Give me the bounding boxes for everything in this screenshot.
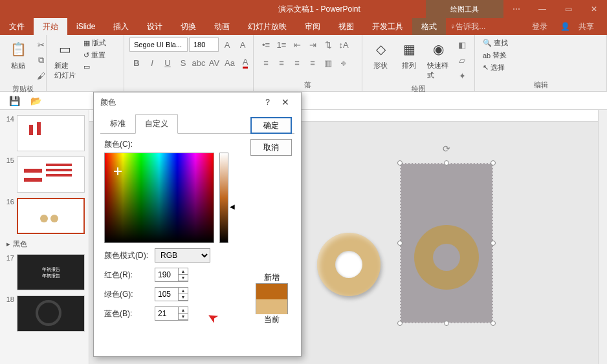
section-button[interactable]: ▭: [81, 62, 109, 72]
paste-button[interactable]: 📋 粘贴: [5, 37, 31, 72]
decrease-font-icon[interactable]: A: [236, 37, 250, 52]
tab-transition[interactable]: 切换: [171, 18, 205, 35]
tab-review[interactable]: 审阅: [296, 18, 329, 35]
color-preview-swatch: [256, 283, 288, 314]
resize-handle[interactable]: [397, 160, 403, 166]
font-color-icon[interactable]: A: [238, 56, 252, 70]
thumb-number: 17: [4, 254, 14, 262]
thumb-slide-15[interactable]: [17, 156, 85, 193]
tab-format[interactable]: 格式: [412, 18, 446, 35]
spin-down-icon[interactable]: ▼: [179, 275, 188, 281]
save-icon[interactable]: 💾: [9, 96, 20, 106]
minimize-button[interactable]: —: [529, 0, 555, 18]
spin-up-icon[interactable]: ▲: [179, 288, 188, 294]
section-label[interactable]: ▸ 黑色: [0, 237, 89, 252]
cancel-button[interactable]: 取消: [250, 139, 292, 156]
align-right-icon[interactable]: ≡: [290, 56, 304, 70]
cut-icon[interactable]: ✂: [34, 37, 48, 52]
rotation-handle-icon[interactable]: ⟳: [441, 144, 452, 154]
dialog-close-button[interactable]: ✕: [276, 97, 294, 107]
resize-handle[interactable]: [491, 241, 496, 246]
spin-down-icon[interactable]: ▼: [179, 314, 188, 320]
login-link[interactable]: 登录: [525, 21, 554, 32]
resize-handle[interactable]: [491, 160, 496, 166]
tab-design[interactable]: 设计: [138, 18, 171, 35]
thumb-slide-18[interactable]: [17, 295, 85, 332]
select-button[interactable]: ↖ 选择: [480, 62, 511, 73]
layout-button[interactable]: ▦ 版式: [81, 37, 109, 48]
strike-icon[interactable]: S: [176, 56, 190, 70]
ribbon-options-icon[interactable]: ⋯: [503, 0, 529, 18]
align-left-icon[interactable]: ≡: [259, 56, 273, 70]
tab-standard-colors[interactable]: 标准: [100, 114, 135, 133]
bold-icon[interactable]: B: [129, 56, 144, 70]
font-size-combo[interactable]: 180: [189, 37, 219, 52]
tab-slideshow[interactable]: 幻灯片放映: [239, 18, 296, 35]
tab-file[interactable]: 文件: [0, 18, 34, 35]
resize-handle[interactable]: [491, 321, 496, 326]
indent-dec-icon[interactable]: ⇤: [290, 37, 304, 52]
resize-handle[interactable]: [444, 160, 449, 166]
green-input[interactable]: [155, 287, 178, 301]
resize-handle[interactable]: [397, 241, 403, 246]
donut-shape-selected[interactable]: [414, 225, 479, 290]
reset-button[interactable]: ↺ 重置: [81, 50, 109, 61]
ok-button[interactable]: 确定: [250, 117, 292, 134]
copy-icon[interactable]: ⧉: [34, 53, 48, 67]
thumb-slide-17[interactable]: 年初报告年初报告: [17, 254, 85, 290]
luminance-slider[interactable]: [219, 153, 228, 243]
color-mode-select[interactable]: RGB: [155, 248, 210, 262]
restore-button[interactable]: ▭: [555, 0, 581, 18]
close-button[interactable]: ✕: [581, 0, 607, 18]
vertical-scrollbar[interactable]: [598, 110, 607, 364]
find-button[interactable]: 🔍 查找: [480, 37, 511, 48]
shadow-icon[interactable]: abc: [192, 56, 206, 70]
columns-icon[interactable]: ▥: [321, 56, 335, 70]
resize-handle[interactable]: [444, 321, 449, 326]
increase-font-icon[interactable]: A: [220, 37, 234, 52]
tab-animation[interactable]: 动画: [205, 18, 239, 35]
numbering-icon[interactable]: 1≡: [274, 37, 289, 52]
tab-islide[interactable]: iSlide: [67, 18, 104, 35]
color-spectrum-picker[interactable]: [104, 153, 214, 243]
bullets-icon[interactable]: •≡: [259, 37, 273, 52]
tab-home[interactable]: 开始: [34, 18, 67, 35]
dialog-help-button[interactable]: ?: [259, 98, 276, 107]
shapes-button[interactable]: ◇形状: [368, 37, 393, 72]
open-icon[interactable]: 📂: [30, 96, 41, 106]
italic-icon[interactable]: I: [145, 56, 159, 70]
indent-inc-icon[interactable]: ⇥: [305, 37, 320, 52]
tab-developer[interactable]: 开发工具: [363, 18, 412, 35]
spin-up-icon[interactable]: ▲: [179, 307, 188, 314]
shape-fill-icon[interactable]: ◧: [455, 37, 469, 52]
new-slide-button[interactable]: ▭ 新建 幻灯片: [52, 37, 78, 81]
spacing-icon[interactable]: AV: [207, 56, 221, 70]
underline-icon[interactable]: U: [160, 56, 175, 70]
tab-insert[interactable]: 插入: [104, 18, 138, 35]
quick-styles-button[interactable]: ◉快速样式: [425, 37, 452, 81]
shape-effects-icon[interactable]: ✦: [455, 69, 469, 83]
line-spacing-icon[interactable]: ⇅: [321, 37, 335, 52]
replace-button[interactable]: ab 替换: [480, 50, 511, 61]
align-center-icon[interactable]: ≡: [274, 56, 289, 70]
blue-input[interactable]: [155, 306, 178, 321]
donut-shape-left[interactable]: [317, 233, 381, 296]
tab-custom-colors[interactable]: 自定义: [135, 114, 178, 134]
thumb-slide-16[interactable]: [17, 198, 85, 234]
case-icon[interactable]: Aa: [223, 56, 237, 70]
spin-down-icon[interactable]: ▼: [179, 294, 188, 301]
resize-handle[interactable]: [397, 321, 403, 326]
shape-outline-icon[interactable]: ▱: [455, 53, 469, 67]
spin-up-icon[interactable]: ▲: [179, 268, 188, 275]
font-name-combo[interactable]: Segoe UI Bla...: [129, 37, 188, 52]
thumb-slide-14[interactable]: [17, 115, 85, 151]
red-input[interactable]: [155, 268, 178, 282]
format-painter-icon[interactable]: 🖌: [34, 69, 48, 83]
share-button[interactable]: 👤 共享: [554, 21, 607, 32]
arrange-button[interactable]: ▦排列: [396, 37, 422, 72]
tell-me-input[interactable]: ♀ 告诉我...: [446, 21, 489, 32]
tab-view[interactable]: 视图: [329, 18, 363, 35]
align-justify-icon[interactable]: ≡: [305, 56, 320, 70]
text-direction-icon[interactable]: ↕A: [337, 37, 351, 52]
smartart-icon[interactable]: ⎆: [337, 56, 351, 70]
